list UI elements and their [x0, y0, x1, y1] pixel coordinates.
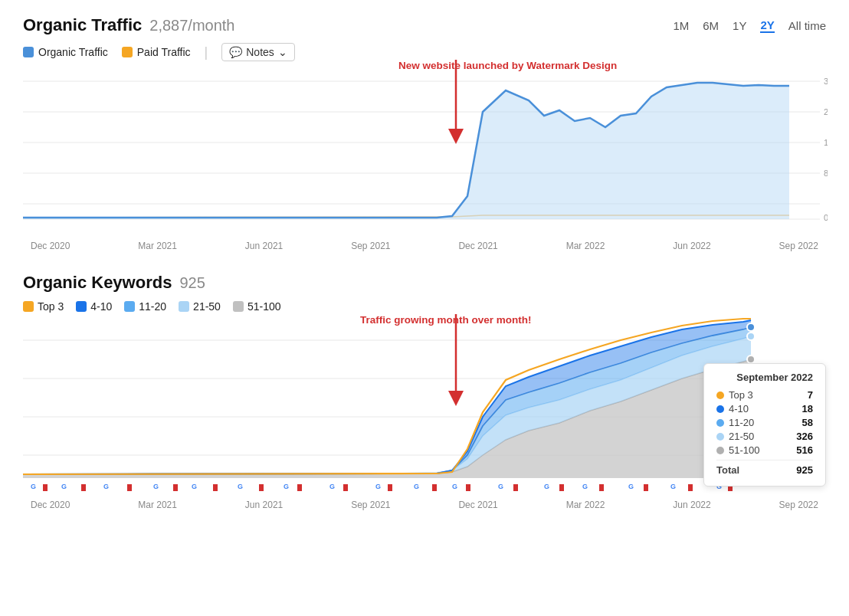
tooltip-label-top3: Top 3 [729, 389, 753, 401]
svg-text:G: G [582, 483, 588, 490]
tooltip-dot-51-100 [716, 447, 724, 454]
tooltip-label-total: Total [716, 464, 739, 476]
chart2-x-labels: Dec 2020 Mar 2021 Jun 2021 Sep 2021 Dec … [23, 496, 826, 510]
svg-text:G: G [153, 483, 159, 490]
kw-legend-4-10[interactable]: 4-10 [76, 300, 112, 313]
svg-rect-43 [297, 484, 302, 491]
svg-text:G: G [31, 483, 36, 490]
kw-dot-top3 [23, 301, 34, 312]
x-label-6: Jun 2022 [673, 241, 710, 251]
svg-rect-40 [173, 484, 178, 491]
svg-text:G: G [670, 483, 676, 490]
tooltip-label-4-10: 4-10 [729, 403, 749, 414]
time-2y[interactable]: 2Y [760, 18, 774, 33]
tooltip-val-total: 925 [796, 464, 813, 476]
tooltip-label-21-50: 21-50 [729, 431, 754, 442]
x-label-0: Dec 2020 [31, 241, 70, 251]
svg-rect-48 [513, 484, 518, 491]
svg-text:G: G [284, 483, 289, 490]
notes-icon: 💬 [229, 46, 242, 58]
chart1-arrow [448, 60, 464, 144]
tooltip-row-top3: Top 3 7 [716, 389, 813, 401]
x2-label-6: Jun 2022 [673, 500, 710, 510]
chart1-annotation: New website launched by Watermark Design [398, 60, 617, 71]
svg-text:G: G [329, 483, 335, 490]
x2-label-7: Sep 2022 [779, 500, 818, 510]
chart2-legend: Top 3 4-10 11-20 21-50 51-100 [23, 300, 826, 313]
kw-dot-4-10 [76, 301, 87, 312]
svg-text:0: 0 [824, 213, 828, 222]
svg-rect-39 [127, 484, 132, 491]
svg-rect-44 [343, 484, 348, 491]
svg-rect-50 [599, 484, 604, 491]
tooltip-label-11-20: 11-20 [729, 417, 754, 428]
svg-rect-38 [81, 484, 86, 491]
kw-legend-21-50[interactable]: 21-50 [179, 300, 221, 313]
kw-dot-21-50 [179, 301, 189, 312]
svg-rect-41 [213, 484, 218, 491]
organic-keywords-section: Organic Keywords 925 Top 3 4-10 11-20 21… [23, 273, 826, 510]
kw-legend-51-100[interactable]: 51-100 [233, 300, 281, 313]
x-label-4: Dec 2021 [458, 241, 497, 251]
tooltip-row-21-50: 21-50 326 [716, 431, 813, 442]
tooltip-val-top3: 7 [808, 389, 813, 401]
time-1y[interactable]: 1Y [733, 19, 746, 32]
time-6m[interactable]: 6M [703, 19, 719, 32]
svg-text:2.4K: 2.4K [824, 107, 828, 116]
tooltip-val-11-20: 58 [802, 417, 813, 428]
x2-label-0: Dec 2020 [31, 500, 70, 510]
kw-legend-top3[interactable]: Top 3 [23, 300, 64, 313]
chart1-x-labels: Dec 2020 Mar 2021 Jun 2021 Sep 2021 Dec … [23, 238, 826, 251]
legend-organic[interactable]: Organic Traffic [23, 46, 108, 58]
x-label-1: Mar 2021 [138, 241, 177, 251]
tooltip-label-51-100: 51-100 [729, 444, 759, 456]
tooltip-row-51-100: 51-100 516 [716, 444, 813, 456]
tooltip-row-11-20: 11-20 58 [716, 417, 813, 428]
kw-label-4-10: 4-10 [90, 300, 112, 313]
svg-text:G: G [61, 483, 67, 490]
organic-traffic-title: Organic Traffic [23, 15, 142, 35]
svg-text:G: G [375, 483, 381, 490]
organic-keywords-chart: Traffic growing month over month! Septem… [23, 317, 826, 510]
x2-label-2: Jun 2021 [245, 500, 283, 510]
svg-text:G: G [414, 483, 419, 490]
tooltip-dot-4-10 [716, 405, 724, 413]
svg-rect-45 [388, 484, 392, 491]
kw-dot-51-100 [233, 301, 244, 312]
svg-text:1.6K: 1.6K [824, 138, 828, 147]
time-alltime[interactable]: All time [788, 19, 826, 32]
legend-paid-label: Paid Traffic [137, 46, 191, 58]
x-label-3: Sep 2021 [351, 241, 390, 251]
organic-traffic-value: 2,887/month [149, 17, 234, 34]
chart2-annotation: Traffic growing month over month! [360, 314, 532, 326]
svg-text:G: G [103, 483, 109, 490]
legend-organic-label: Organic Traffic [38, 46, 108, 58]
tooltip-dot-top3 [716, 392, 724, 399]
notes-button[interactable]: 💬 Notes ⌄ [221, 43, 295, 61]
svg-rect-52 [688, 484, 693, 491]
svg-point-17 [747, 356, 755, 363]
kw-label-11-20: 11-20 [139, 300, 166, 313]
x-label-2: Jun 2021 [245, 241, 283, 251]
legend-paid[interactable]: Paid Traffic [122, 46, 191, 58]
svg-rect-46 [432, 484, 437, 491]
notes-chevron-icon: ⌄ [278, 46, 287, 58]
tooltip-dot-21-50 [716, 433, 724, 441]
svg-rect-47 [466, 484, 470, 491]
chart2-arrow [448, 314, 464, 406]
svg-rect-37 [43, 484, 48, 491]
tooltip-box: September 2022 Top 3 7 4-10 18 [703, 363, 826, 487]
tooltip-val-21-50: 326 [796, 431, 813, 442]
kw-legend-11-20[interactable]: 11-20 [124, 300, 166, 313]
kw-label-51-100: 51-100 [247, 300, 281, 313]
x2-label-4: Dec 2021 [458, 500, 497, 510]
svg-rect-49 [559, 484, 564, 491]
x2-label-3: Sep 2021 [351, 500, 390, 510]
svg-text:G: G [238, 483, 243, 490]
x-label-7: Sep 2022 [779, 241, 818, 251]
svg-rect-51 [644, 484, 648, 491]
organic-keywords-value: 925 [179, 274, 205, 292]
time-1m[interactable]: 1M [673, 19, 689, 32]
svg-point-18 [747, 333, 755, 340]
svg-point-19 [747, 323, 755, 331]
